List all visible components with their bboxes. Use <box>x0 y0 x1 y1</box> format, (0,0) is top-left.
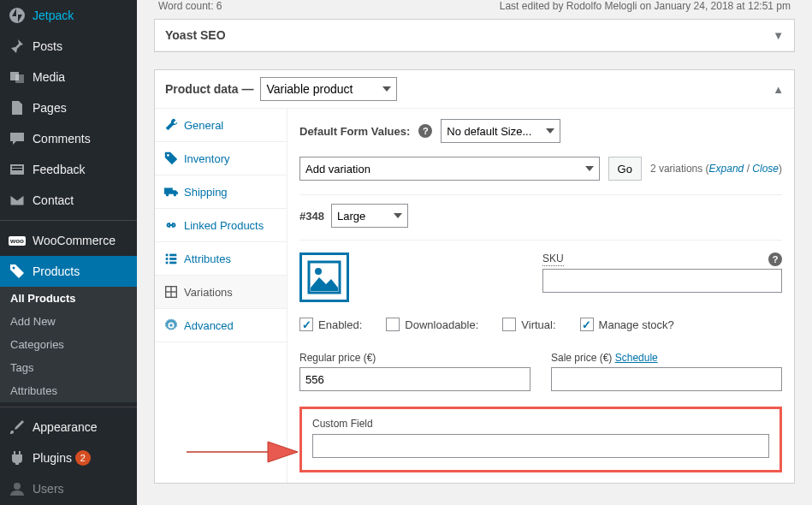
add-variation-select[interactable]: Add variation <box>299 157 600 181</box>
checkbox-icon[interactable] <box>580 318 594 331</box>
svg-point-6 <box>13 267 15 270</box>
sidebar-label: Jetpack <box>33 9 74 22</box>
submenu-tags[interactable]: Tags <box>0 356 137 379</box>
custom-field-input[interactable] <box>312 434 769 458</box>
sidebar-item-jetpack[interactable]: Jetpack <box>0 0 137 31</box>
submenu-add-new[interactable]: Add New <box>0 310 137 333</box>
sidebar-item-appearance[interactable]: Appearance <box>0 412 137 443</box>
submenu-attributes[interactable]: Attributes <box>0 379 137 402</box>
yoast-title: Yoast SEO <box>165 28 226 42</box>
regular-price-label: Regular price (€) <box>299 352 530 364</box>
sidebar-label: Contact <box>33 193 74 207</box>
tab-general[interactable]: General <box>155 109 287 142</box>
svg-point-10 <box>174 193 177 197</box>
svg-rect-15 <box>166 262 169 264</box>
sidebar-item-comments[interactable]: Comments <box>0 123 137 154</box>
page-icon <box>9 99 26 116</box>
variation-size-select[interactable]: Large <box>331 204 408 228</box>
sidebar-item-media[interactable]: Media <box>0 62 137 92</box>
tab-shipping[interactable]: Shipping <box>155 175 287 209</box>
product-data-title: Product data — <box>165 82 253 96</box>
sidebar-item-posts[interactable]: Posts <box>0 31 137 62</box>
expand-link[interactable]: Expand <box>709 163 744 175</box>
svg-rect-11 <box>166 254 169 257</box>
checkbox-icon[interactable] <box>502 318 516 331</box>
manage-stock-check[interactable]: Manage stock? <box>580 318 674 331</box>
sale-price-label: Sale price (€) Schedule <box>551 352 782 364</box>
sidebar-item-feedback[interactable]: Feedback <box>0 154 137 185</box>
collapse-icon[interactable]: ▼ <box>773 29 784 42</box>
go-button[interactable]: Go <box>608 157 642 181</box>
sidebar-label: WooCommerce <box>33 234 116 247</box>
tab-linked[interactable]: Linked Products <box>155 209 287 242</box>
submenu-all-products[interactable]: All Products <box>0 287 137 310</box>
downloadable-check[interactable]: Downloadable: <box>386 318 478 331</box>
svg-point-7 <box>14 483 21 490</box>
product-type-select[interactable]: Variable product <box>260 77 397 101</box>
wrench-icon <box>163 117 179 133</box>
sidebar-item-pages[interactable]: Pages <box>0 92 137 123</box>
tag-icon <box>163 151 179 166</box>
tab-label: General <box>184 119 223 132</box>
collapse-icon[interactable]: ▲ <box>773 83 784 96</box>
variation-image-placeholder[interactable] <box>299 253 349 302</box>
tab-attributes[interactable]: Attributes <box>155 242 287 276</box>
virtual-check[interactable]: Virtual: <box>502 318 555 331</box>
sidebar-item-contact[interactable]: Contact <box>0 185 137 216</box>
variations-note: 2 variations (Expand / Close) <box>650 163 782 175</box>
tab-advanced[interactable]: Advanced <box>155 309 287 342</box>
product-tabs: General Inventory Shipping Linked Produc… <box>155 109 287 483</box>
sidebar-item-users[interactable]: Users <box>0 473 137 504</box>
sku-input[interactable] <box>542 269 782 293</box>
sidebar-label: Products <box>33 264 80 278</box>
close-link[interactable]: Close <box>752 163 779 175</box>
comment-icon <box>9 130 26 147</box>
checkbox-icon[interactable] <box>299 318 313 331</box>
link-icon <box>163 217 179 233</box>
variations-content: Default Form Values: ? No default Size..… <box>287 109 794 483</box>
sidebar-item-woocommerce[interactable]: woo WooCommerce <box>0 225 137 256</box>
default-form-label: Default Form Values: <box>299 125 410 138</box>
media-icon <box>9 68 26 86</box>
mail-icon <box>9 192 26 209</box>
brush-icon <box>9 419 26 436</box>
sidebar-item-products[interactable]: Products <box>0 256 137 287</box>
tab-label: Attributes <box>184 253 231 265</box>
default-form-select[interactable]: No default Size... <box>441 119 560 143</box>
sidebar-label: Pages <box>33 101 67 115</box>
help-icon[interactable]: ? <box>768 253 782 266</box>
sidebar-label: Feedback <box>33 163 85 176</box>
tab-variations[interactable]: Variations <box>155 276 287 309</box>
submenu-categories[interactable]: Categories <box>0 333 137 356</box>
custom-field-label: Custom Field <box>312 418 769 430</box>
tab-inventory[interactable]: Inventory <box>155 142 287 175</box>
sale-price-input[interactable] <box>551 367 782 391</box>
tab-label: Shipping <box>184 186 228 199</box>
grid-icon <box>163 284 179 300</box>
checkbox-icon[interactable] <box>386 318 400 331</box>
variation-id: #348 <box>299 210 324 223</box>
users-icon <box>9 480 26 497</box>
arrow-icon <box>182 435 302 469</box>
sidebar-item-plugins[interactable]: Plugins 2 <box>0 443 137 473</box>
sku-label: SKU <box>542 253 564 266</box>
tab-label: Variations <box>184 286 233 299</box>
update-badge: 2 <box>75 450 91 466</box>
pin-icon <box>9 38 26 55</box>
regular-price-input[interactable] <box>299 367 530 391</box>
svg-rect-12 <box>169 254 176 257</box>
tab-label: Linked Products <box>184 219 264 232</box>
variation-header[interactable]: #348 Large <box>299 194 782 228</box>
list-icon <box>163 251 179 266</box>
sidebar-label: Plugins <box>33 451 72 465</box>
last-edited: Last edited by Rodolfo Melogli on Januar… <box>500 0 791 12</box>
sidebar-label: Posts <box>33 39 62 53</box>
woo-icon: woo <box>9 232 26 249</box>
yoast-panel: Yoast SEO ▼ <box>154 19 795 52</box>
schedule-link[interactable]: Schedule <box>615 352 658 364</box>
tab-label: Advanced <box>184 319 234 332</box>
products-submenu: All Products Add New Categories Tags Att… <box>0 287 137 402</box>
help-icon[interactable]: ? <box>418 124 432 138</box>
gear-icon <box>163 318 179 333</box>
enabled-check[interactable]: Enabled: <box>299 318 362 331</box>
